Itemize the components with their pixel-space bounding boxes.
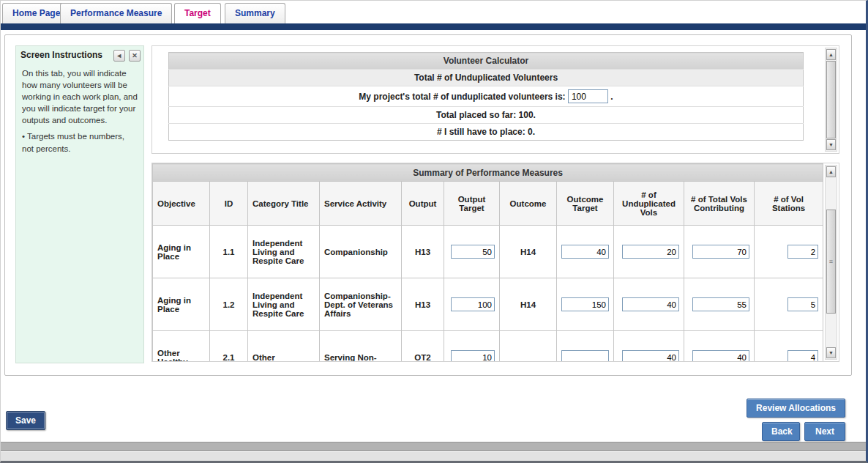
id-cell: 2.1: [210, 331, 248, 363]
output-cell: H13: [402, 278, 444, 331]
id-cell: 1.1: [210, 226, 248, 278]
col-header-category-title: Category Title: [248, 182, 320, 226]
col-header-vol-stations: # of Vol Stations: [755, 182, 823, 226]
total-vols-input[interactable]: [692, 297, 749, 311]
screen-instructions-panel: ◄ ✕ Screen Instructions On this tab, you…: [15, 45, 144, 363]
scrollbar-thumb[interactable]: [826, 61, 836, 138]
outcome-cell: H14: [500, 278, 557, 331]
summary-panel: Summary of Performance Measures Objectiv…: [151, 163, 839, 362]
objective-cell: Aging in Place: [153, 226, 210, 278]
main-content: ◄ ✕ Screen Instructions On this tab, you…: [4, 34, 852, 376]
tab-bar: Home Page Performance Measure Target Sum…: [1, 1, 866, 23]
outcome-cell: H14: [500, 226, 557, 278]
col-header-outcome: Outcome: [500, 182, 557, 226]
category-cell: Independent Living and Respite Care: [248, 278, 320, 331]
unduplicated-volunteers-input[interactable]: [568, 89, 608, 103]
table-row: Aging in Place 1.2 Independent Living an…: [153, 278, 823, 331]
col-header-id: ID: [210, 182, 248, 226]
table-row: Aging in Place 1.1 Independent Living an…: [153, 226, 823, 278]
activity-cell: Serving Non-: [320, 331, 402, 363]
col-header-objective: Objective: [153, 182, 210, 226]
output-target-input[interactable]: [451, 245, 495, 259]
col-header-unduplicated-vols: # of Unduplicated Vols: [614, 182, 684, 226]
calculator-scrollbar[interactable]: ▲ ▼: [825, 48, 837, 152]
instructions-text-1: On this tab, you will indicate how many …: [16, 63, 143, 126]
volunteer-calculator-panel: Volunteer Calculator Total # of Unduplic…: [151, 45, 839, 154]
review-allocations-button[interactable]: Review Allocations: [747, 399, 845, 418]
category-cell: Independent Living and Respite Care: [248, 226, 320, 278]
calculator-title: Volunteer Calculator: [169, 53, 804, 70]
vol-stations-input[interactable]: [787, 350, 818, 362]
instructions-title: Screen Instructions: [20, 50, 102, 60]
unduplicated-vols-input[interactable]: [622, 350, 679, 362]
outcome-target-input[interactable]: [561, 350, 609, 362]
total-vols-input[interactable]: [692, 350, 749, 362]
objective-cell: Other Healthy: [153, 331, 210, 363]
performance-measures-table: Summary of Performance Measures Objectiv…: [152, 163, 823, 362]
unduplicated-vols-input[interactable]: [622, 297, 679, 311]
collapse-arrow-icon[interactable]: ◄: [113, 50, 125, 62]
col-header-service-activity: Service Activity: [320, 182, 402, 226]
close-icon[interactable]: ✕: [129, 50, 141, 62]
output-target-input[interactable]: [451, 297, 495, 311]
output-cell: H13: [402, 226, 444, 278]
bottom-strip: [1, 452, 866, 462]
total-placed-text: Total placed so far: 100.: [169, 107, 804, 124]
category-cell: Other: [248, 331, 320, 363]
instructions-text-2: • Targets must be numbers, not percents.: [16, 126, 143, 154]
scroll-down-icon[interactable]: ▼: [826, 139, 836, 150]
volunteer-calculator-table: Volunteer Calculator Total # of Unduplic…: [168, 52, 804, 141]
back-button[interactable]: Back: [762, 422, 800, 441]
still-to-place-text: # I still have to place: 0.: [169, 124, 804, 141]
scroll-up-icon[interactable]: ▲: [826, 166, 836, 177]
tab-target[interactable]: Target: [174, 3, 221, 23]
calculator-input-label: My project's total # of unduplicated vol…: [359, 92, 565, 102]
objective-cell: Aging in Place: [153, 278, 210, 331]
calculator-input-row: My project's total # of unduplicated vol…: [169, 86, 804, 107]
output-target-input[interactable]: [451, 350, 495, 362]
scroll-down-icon[interactable]: ▼: [826, 347, 836, 358]
next-button[interactable]: Next: [804, 422, 845, 441]
id-cell: 1.2: [210, 278, 248, 331]
nav-bar: [1, 23, 866, 30]
app-window: Home Page Performance Measure Target Sum…: [0, 0, 868, 463]
calculator-subtitle: Total # of Unduplicated Volunteers: [169, 70, 804, 86]
scrollbar-thumb[interactable]: ≡: [826, 210, 836, 314]
summary-scrollbar[interactable]: ▲ ≡ ▼: [825, 165, 837, 360]
calculator-input-suffix: .: [610, 92, 613, 102]
output-cell: OT2: [402, 331, 444, 363]
tab-performance-measure[interactable]: Performance Measure: [60, 3, 172, 23]
vol-stations-input[interactable]: [787, 245, 818, 259]
outcome-cell: [500, 331, 557, 363]
vol-stations-input[interactable]: [787, 297, 818, 311]
outcome-target-input[interactable]: [561, 297, 609, 311]
table-row: Other Healthy 2.1 Other Serving Non- OT2: [153, 331, 823, 363]
save-button[interactable]: Save: [6, 411, 45, 430]
outcome-target-input[interactable]: [561, 245, 609, 259]
col-header-outcome-target: Outcome Target: [557, 182, 614, 226]
unduplicated-vols-input[interactable]: [622, 245, 679, 259]
summary-table-title: Summary of Performance Measures: [153, 164, 823, 182]
col-header-output-target: Output Target: [444, 182, 500, 226]
tab-summary[interactable]: Summary: [225, 3, 285, 23]
col-header-total-vols-contributing: # of Total Vols Contributing: [684, 182, 755, 226]
activity-cell: Companionship: [320, 226, 402, 278]
scroll-up-icon[interactable]: ▲: [826, 49, 836, 60]
total-vols-input[interactable]: [692, 245, 749, 259]
status-bar: [1, 442, 866, 451]
col-header-output: Output: [402, 182, 444, 226]
activity-cell: Companionship-Dept. of Veterans Affairs: [320, 278, 402, 331]
